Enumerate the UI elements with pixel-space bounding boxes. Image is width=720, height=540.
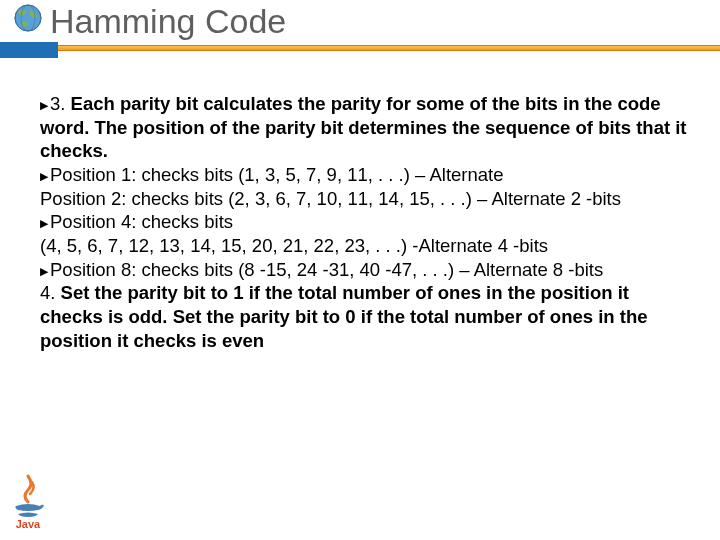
globe-icon <box>12 2 44 34</box>
pos8-text: Position 8: checks bits (8 -15, 24 -31, … <box>50 259 603 280</box>
triangle-bullet-icon: ▶ <box>40 217 50 229</box>
slide-header: Hamming Code <box>0 0 720 70</box>
bullet-item-pos8: ▶Position 8: checks bits (8 -15, 24 -31,… <box>40 258 692 282</box>
bullet-3-lead: 3. <box>50 93 65 114</box>
slide-body: ▶3. Each parity bit calculates the parit… <box>0 70 720 352</box>
triangle-bullet-icon: ▶ <box>40 265 50 277</box>
bullet-4-text: Set the parity bit to 1 if the total num… <box>40 282 648 350</box>
accent-orange-line <box>58 45 720 51</box>
triangle-bullet-icon: ▶ <box>40 99 50 111</box>
pos1-line2: Position 2: checks bits (2, 3, 6, 7, 10,… <box>40 188 621 209</box>
accent-blue-block <box>0 42 58 58</box>
bullet-item-pos4: ▶Position 4: checks bits (4, 5, 6, 7, 12… <box>40 210 692 257</box>
svg-text:Java: Java <box>16 518 41 530</box>
pos4-line2: (4, 5, 6, 7, 12, 13, 14, 15, 20, 21, 22,… <box>40 235 548 256</box>
bullet-item-4: 4. Set the parity bit to 1 if the total … <box>40 281 692 352</box>
bullet-item-3: ▶3. Each parity bit calculates the parit… <box>40 92 692 163</box>
pos4-line1: Position 4: checks bits <box>50 211 233 232</box>
pos1-line1: Position 1: checks bits (1, 3, 5, 7, 9, … <box>50 164 504 185</box>
slide-title: Hamming Code <box>50 0 720 41</box>
bullet-item-pos1: ▶Position 1: checks bits (1, 3, 5, 7, 9,… <box>40 163 692 210</box>
java-logo-icon: Java <box>6 474 50 530</box>
bullet-3-text: Each parity bit calculates the parity fo… <box>40 93 687 161</box>
triangle-bullet-icon: ▶ <box>40 170 50 182</box>
accent-bar <box>0 42 720 58</box>
bullet-4-lead: 4. <box>40 282 61 303</box>
